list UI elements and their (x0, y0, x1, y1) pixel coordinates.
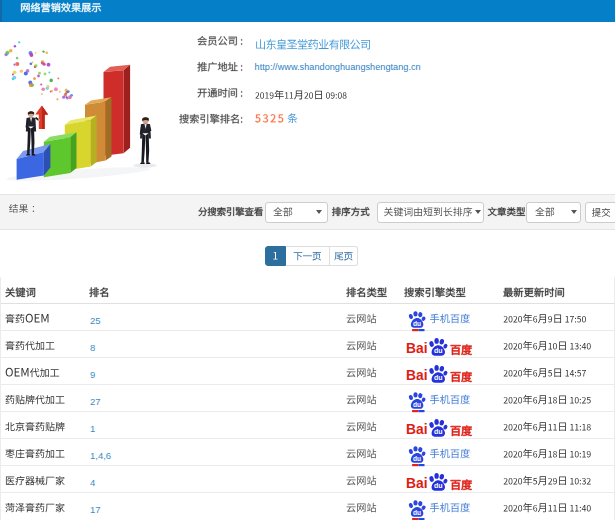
svg-text:Bai: Bai (406, 422, 427, 437)
svg-text:du: du (434, 374, 443, 381)
svg-text:du: du (413, 401, 421, 408)
svg-text:du: du (434, 482, 443, 489)
svg-text:Bai: Bai (406, 476, 427, 491)
svg-text:du: du (413, 320, 421, 327)
svg-text:du: du (413, 455, 421, 462)
svg-text:du: du (413, 509, 421, 516)
svg-text:Bai: Bai (406, 368, 427, 383)
svg-text:Bai: Bai (406, 341, 427, 356)
svg-text:du: du (434, 428, 443, 435)
svg-text:du: du (434, 347, 443, 354)
